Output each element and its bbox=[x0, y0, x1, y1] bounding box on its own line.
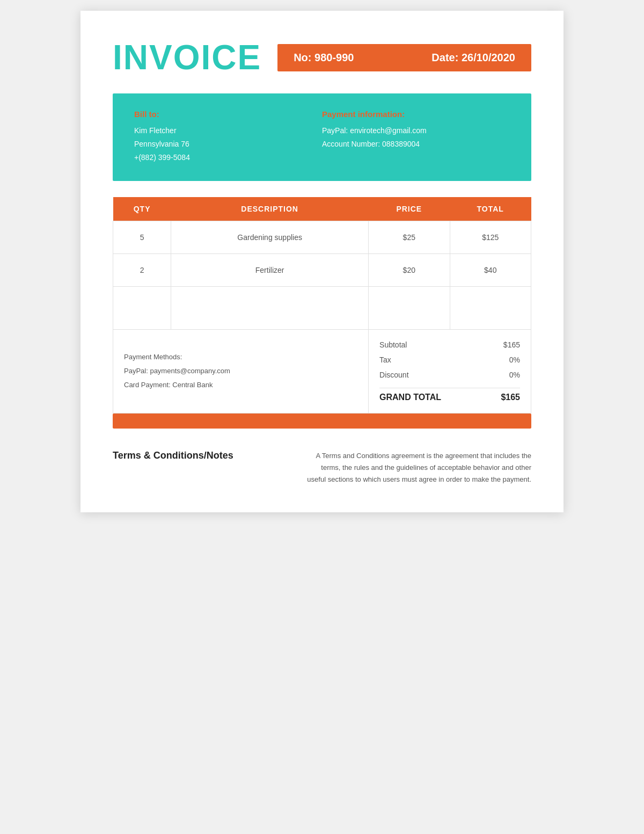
summary-row: Payment Methods: PayPal: payments@compan… bbox=[113, 329, 531, 413]
header-info-bar: No: 980-990 Date: 26/10/2020 bbox=[277, 44, 531, 71]
payment-info-details: PayPal: envirotech@gmail.com Account Num… bbox=[322, 124, 510, 151]
empty-desc bbox=[171, 286, 369, 329]
client-name: Kim Fletcher bbox=[134, 124, 322, 137]
terms-text: A Terms and Conditions agreement is the … bbox=[306, 450, 531, 485]
table-row: 5 Gardening supplies $25 $125 bbox=[113, 221, 531, 253]
grand-total-label: GRAND TOTAL bbox=[379, 393, 441, 402]
tax-value: 0% bbox=[509, 356, 520, 364]
totals-block: Subtotal $165 Tax 0% Discount 0% GRAND bbox=[369, 330, 531, 413]
invoice-page: INVOICE No: 980-990 Date: 26/10/2020 Bil… bbox=[80, 11, 564, 512]
subtotal-line: Subtotal $165 bbox=[379, 340, 520, 351]
tax-line: Tax 0% bbox=[379, 356, 520, 366]
bill-to-column: Bill to: Kim Fletcher Pennsylvania 76 +(… bbox=[134, 110, 322, 165]
payment-methods-cell: Payment Methods: PayPal: payments@compan… bbox=[113, 329, 369, 413]
discount-label: Discount bbox=[379, 371, 408, 379]
empty-qty bbox=[113, 286, 171, 329]
payment-info-label: Payment information: bbox=[322, 110, 510, 119]
row1-description: Gardening supplies bbox=[171, 221, 369, 253]
col-price: PRICE bbox=[369, 197, 450, 221]
payment-methods-label: Payment Methods: bbox=[124, 350, 357, 364]
card-method: Card Payment: Central Bank bbox=[124, 378, 357, 392]
footer-bar bbox=[113, 414, 531, 429]
empty-row bbox=[113, 286, 531, 329]
empty-total bbox=[450, 286, 531, 329]
bill-to-details: Kim Fletcher Pennsylvania 76 +(882) 399-… bbox=[134, 124, 322, 165]
payment-methods-block: Payment Methods: PayPal: payments@compan… bbox=[113, 334, 368, 408]
bill-to-label: Bill to: bbox=[134, 110, 322, 119]
totals-cell: Subtotal $165 Tax 0% Discount 0% GRAND bbox=[369, 329, 531, 413]
terms-title: Terms & Conditions/Notes bbox=[113, 450, 233, 461]
row2-total: $40 bbox=[450, 253, 531, 286]
subtotal-label: Subtotal bbox=[379, 340, 407, 349]
invoice-date: Date: 26/10/2020 bbox=[431, 52, 515, 64]
table-row: 2 Fertilizer $20 $40 bbox=[113, 253, 531, 286]
client-address: Pennsylvania 76 bbox=[134, 137, 322, 151]
invoice-number: No: 980-990 bbox=[294, 52, 354, 64]
row1-total: $125 bbox=[450, 221, 531, 253]
terms-section: Terms & Conditions/Notes A Terms and Con… bbox=[113, 450, 531, 485]
table-header-row: QTY DESCRIPTION PRICE TOTAL bbox=[113, 197, 531, 221]
row2-description: Fertilizer bbox=[171, 253, 369, 286]
tax-label: Tax bbox=[379, 356, 391, 364]
invoice-title: INVOICE bbox=[113, 38, 261, 77]
bill-section: Bill to: Kim Fletcher Pennsylvania 76 +(… bbox=[113, 93, 531, 181]
row1-qty: 5 bbox=[113, 221, 171, 253]
grand-total-line: GRAND TOTAL $165 bbox=[379, 388, 520, 402]
payment-info-column: Payment information: PayPal: envirotech@… bbox=[322, 110, 510, 165]
discount-line: Discount 0% bbox=[379, 371, 520, 381]
client-phone: +(882) 399-5084 bbox=[134, 151, 322, 164]
empty-price bbox=[369, 286, 450, 329]
row2-qty: 2 bbox=[113, 253, 171, 286]
discount-value: 0% bbox=[509, 371, 520, 379]
row2-price: $20 bbox=[369, 253, 450, 286]
col-qty: QTY bbox=[113, 197, 171, 221]
grand-total-value: $165 bbox=[501, 393, 520, 402]
row1-price: $25 bbox=[369, 221, 450, 253]
col-total: TOTAL bbox=[450, 197, 531, 221]
subtotal-value: $165 bbox=[503, 340, 520, 349]
paypal-method: PayPal: payments@company.com bbox=[124, 364, 357, 378]
account-info: Account Number: 088389004 bbox=[322, 137, 510, 151]
invoice-table: QTY DESCRIPTION PRICE TOTAL 5 Gardening … bbox=[113, 197, 531, 414]
invoice-header: INVOICE No: 980-990 Date: 26/10/2020 bbox=[113, 38, 531, 77]
col-description: DESCRIPTION bbox=[171, 197, 369, 221]
paypal-info: PayPal: envirotech@gmail.com bbox=[322, 124, 510, 137]
